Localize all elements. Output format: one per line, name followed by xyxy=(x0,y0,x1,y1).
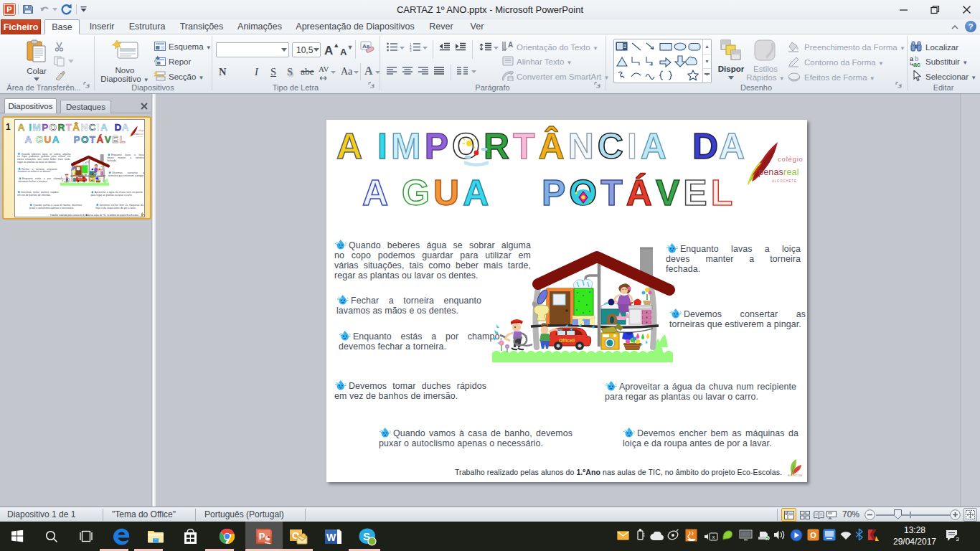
svg-text:penasreal: penasreal xyxy=(758,167,799,177)
svg-text:ac: ac xyxy=(913,61,920,67)
svg-text:ECO-ESCOLAS: ECO-ESCOLAS xyxy=(141,215,144,217)
svg-text:OfficeII: OfficeII xyxy=(559,338,575,343)
svg-text:colégio: colégio xyxy=(778,155,804,163)
svg-text:ECO-ESCOLAS: ECO-ESCOLAS xyxy=(788,474,802,477)
svg-text:A: A xyxy=(508,41,513,49)
svg-text:P: P xyxy=(259,531,265,542)
svg-text:O: O xyxy=(810,531,816,540)
svg-text:x: x xyxy=(712,534,715,540)
svg-text:colégio: colégio xyxy=(138,129,145,132)
svg-text:3: 3 xyxy=(956,536,959,542)
svg-text:penasreal: penasreal xyxy=(133,133,144,136)
svg-text:OfficeII: OfficeII xyxy=(78,179,83,180)
svg-text:3: 3 xyxy=(410,49,412,52)
svg-text:W: W xyxy=(326,531,336,542)
svg-text:ALCOCHETE: ALCOCHETE xyxy=(136,136,143,137)
svg-text:ALCOCHETE: ALCOCHETE xyxy=(772,179,797,183)
